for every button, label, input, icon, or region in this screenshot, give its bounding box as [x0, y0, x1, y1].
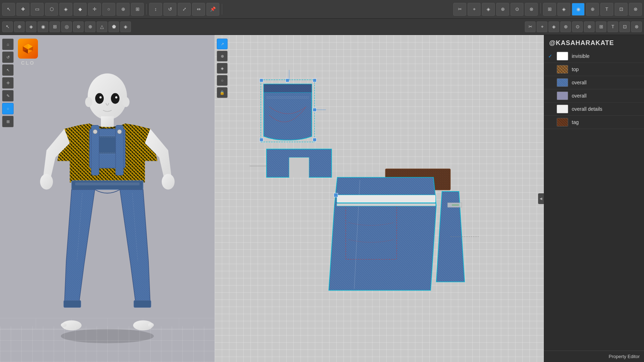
toolbar-btn-hex[interactable]: ⬡	[45, 3, 58, 16]
tool-home[interactable]: ⌂	[2, 39, 14, 50]
layer-name-overall-details: overall details	[572, 106, 602, 112]
toolbar-btn-2d-6[interactable]: ⊗	[525, 3, 538, 16]
tool-2d-add[interactable]: ⊕	[217, 51, 228, 61]
layer-item-tag[interactable]: ✓ tag	[544, 116, 644, 129]
toolbar2-btn-6[interactable]: ◎	[61, 21, 72, 32]
svg-point-22	[95, 93, 104, 104]
toolbar2-btn-1[interactable]: ↖	[2, 21, 13, 32]
toolbar-btn-add[interactable]: ✚	[16, 3, 29, 16]
svg-rect-71	[334, 193, 338, 197]
svg-point-34	[117, 130, 122, 134]
toolbar-btn-right-1[interactable]: ⊞	[543, 3, 556, 16]
layer-swatch-top	[557, 65, 568, 74]
toolbar2-right-10[interactable]: ⊗	[631, 21, 642, 32]
toolbar2-btn-5[interactable]: ⊞	[49, 21, 60, 32]
viewport-3d[interactable]: ⌂ ↺ ↖ ✛ ✎ ○ ⊞ CLO	[0, 35, 215, 362]
toolbar-btn-diamond[interactable]: ◆	[74, 3, 87, 16]
toolbar2-btn-11[interactable]: ◈	[120, 21, 131, 32]
toolbar2-right-2[interactable]: ⌖	[537, 21, 547, 32]
svg-rect-58	[313, 79, 316, 82]
toolbar2-right-1[interactable]: ✂	[525, 21, 536, 32]
pattern-pieces-svg	[233, 35, 544, 362]
toolbar2-right-4[interactable]: ⊕	[560, 21, 571, 32]
toolbar-btn-pin[interactable]: 📌	[206, 3, 219, 16]
watermark-label: @KASAHARAKATE	[544, 35, 644, 50]
tools-2d: ↗ ⊕ ◈ ○ 🔒	[217, 39, 228, 98]
toolbar-btn-mirror[interactable]: ⇔	[192, 3, 205, 16]
layer-check-invisible: ✓	[547, 53, 553, 59]
toolbar2-right-9[interactable]: ⊡	[619, 21, 630, 32]
tool-paint[interactable]: ✎	[2, 90, 14, 101]
toolbar-btn-layers[interactable]: ⊕	[117, 3, 130, 16]
svg-rect-61	[286, 79, 289, 82]
layer-item-invisible[interactable]: ✓ invisible	[544, 50, 644, 63]
toolbar-btn-right-4[interactable]: ⊕	[586, 3, 599, 16]
toolbar2-btn-8[interactable]: ⊕	[85, 21, 96, 32]
tool-layers[interactable]: ⊞	[2, 116, 14, 127]
toolbar-btn-right-7[interactable]: ⊗	[629, 3, 642, 16]
toolbar2-btn-2[interactable]: ⊕	[14, 21, 25, 32]
layer-name-invisible: invisible	[572, 53, 590, 59]
toolbar-btn-2d-2[interactable]: ⌖	[468, 3, 480, 16]
svg-point-26	[40, 174, 53, 190]
toolbar-btn-2d-3[interactable]: ◈	[482, 3, 495, 16]
tool-2d-lock[interactable]: 🔒	[217, 87, 228, 98]
svg-point-20	[122, 97, 130, 107]
layer-name-top: top	[572, 66, 579, 72]
panel-divider-arrow[interactable]: ◀	[538, 193, 544, 204]
layer-item-overall-2[interactable]: ✓ overall	[544, 89, 644, 103]
toolbar-btn-2d-1[interactable]: ✂	[453, 3, 466, 16]
toolbar-btn-cross[interactable]: ✛	[88, 3, 101, 16]
layer-check-tag: ✓	[547, 119, 553, 125]
toolbar-btn-right-3[interactable]: ◉	[572, 3, 585, 16]
layer-check-overall-1: ✓	[547, 80, 553, 85]
toolbar-btn-right-6[interactable]: ⊡	[615, 3, 628, 16]
toolbar-btn-right-5[interactable]: T	[600, 3, 613, 16]
svg-point-23	[111, 93, 119, 104]
character-3d	[0, 35, 215, 362]
layer-check-overall-2: ✓	[547, 93, 553, 99]
toolbar2-btn-9[interactable]: △	[97, 21, 107, 32]
toolbar2-right-8[interactable]: T	[608, 21, 618, 32]
toolbar2-right-3[interactable]: ◈	[548, 21, 559, 32]
toolbar-btn-2d-4[interactable]: ⊕	[496, 3, 509, 16]
layer-item-overall-1[interactable]: ✓ overall	[544, 76, 644, 89]
toolbar2-btn-10[interactable]: ⬟	[108, 21, 119, 32]
toolbar-btn-grid[interactable]: ⊞	[131, 3, 144, 16]
toolbar-btn-2d-5[interactable]: ⊙	[511, 3, 523, 16]
toolbar2-btn-7[interactable]: ⊗	[73, 21, 84, 32]
svg-point-25	[115, 96, 117, 99]
toolbar2-right-5[interactable]: ⊙	[572, 21, 583, 32]
layer-check-overall-details: ✓	[547, 106, 553, 112]
toolbar-btn-rotate[interactable]: ↺	[164, 3, 176, 16]
tool-select[interactable]: ↖	[2, 64, 14, 76]
viewport-2d[interactable]: ↗ ⊕ ◈ ○ 🔒	[215, 35, 544, 362]
svg-rect-59	[260, 138, 263, 141]
layer-list: ✓ invisible ✓ top ✓ overall ✓ overall	[544, 50, 644, 351]
toolbar-btn-right-2[interactable]: ◈	[557, 3, 570, 16]
toolbar2-right-7[interactable]: ⊞	[596, 21, 606, 32]
toolbar-btn-rect[interactable]: ▭	[31, 3, 44, 16]
toolbar-btn-arrow[interactable]: ↖	[2, 3, 15, 16]
tool-rotate[interactable]: ↺	[2, 51, 14, 63]
toolbar2-btn-3[interactable]: ◈	[26, 21, 36, 32]
main-content: ⌂ ↺ ↖ ✛ ✎ ○ ⊞ CLO	[0, 35, 644, 362]
layer-item-top[interactable]: ✓ top	[544, 63, 644, 76]
floor-grid	[0, 326, 215, 362]
tool-move[interactable]: ✛	[2, 77, 14, 89]
toolbar2-right-6[interactable]: ⊗	[584, 21, 595, 32]
toolbar-btn-scale[interactable]: ⤢	[178, 3, 191, 16]
property-editor-section: Property Editor	[544, 351, 644, 362]
toolbar2-btn-4[interactable]: ◉	[38, 21, 48, 32]
tool-2d-circle[interactable]: ○	[217, 75, 228, 86]
separator-2	[222, 4, 222, 15]
svg-rect-38	[134, 301, 151, 308]
toolbar-btn-circle[interactable]: ○	[102, 3, 115, 16]
layer-name-tag: tag	[572, 119, 579, 125]
tool-2d-arrow[interactable]: ↗	[217, 39, 228, 49]
tool-sphere[interactable]: ○	[2, 103, 14, 114]
toolbar-btn-move[interactable]: ↕	[149, 3, 162, 16]
toolbar-btn-shape[interactable]: ◈	[59, 3, 72, 16]
tool-2d-select[interactable]: ◈	[217, 63, 228, 74]
layer-item-overall-details[interactable]: ✓ overall details	[544, 103, 644, 116]
